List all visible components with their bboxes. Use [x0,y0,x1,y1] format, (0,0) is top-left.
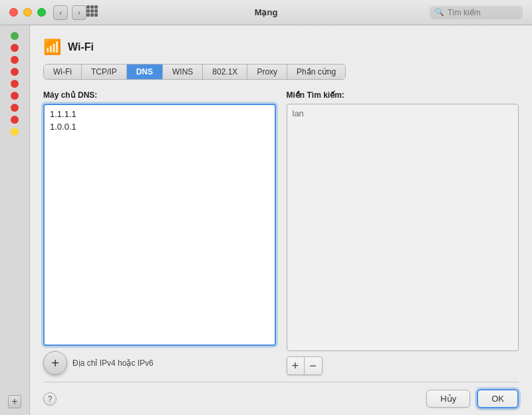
list-item[interactable]: 1.1.1.1 [47,108,272,120]
tab-wins[interactable]: WINS [163,65,203,79]
dns-section: Máy chủ DNS: 1.1.1.1 1.0.0.1 + Địa chỉ I… [43,90,276,375]
sidebar-add-button[interactable]: + [8,395,21,408]
grid-button[interactable] [86,5,101,20]
sidebar-dot-red-4[interactable] [11,80,19,88]
sidebar-dot-yellow[interactable] [11,128,19,136]
ipv4-label: Địa chỉ IPv4 hoặc IPv6 [72,358,154,368]
wifi-icon: 📶 [43,39,61,56]
dns-list-controls: + Địa chỉ IPv4 hoặc IPv6 [43,351,276,375]
panel-header: 📶 Wi-Fi [43,39,519,56]
grid-dot [86,9,90,13]
tab-dns[interactable]: DNS [127,65,163,79]
search-input[interactable] [448,8,517,17]
grid-dot [94,9,98,13]
titlebar: ‹ › Mạng 🔍 [0,0,532,25]
tab-tcpip[interactable]: TCP/IP [82,65,127,79]
ok-button[interactable]: OK [477,389,519,408]
minimize-button[interactable] [23,8,32,17]
panel-title: Wi-Fi [68,41,94,53]
sidebar: + [0,25,30,415]
grid-dot [86,13,90,17]
cancel-button[interactable]: Hủy [426,390,470,408]
sidebar-dot-red-1[interactable] [11,44,19,52]
tab-hardware[interactable]: Phần cứng [287,65,345,79]
grid-dot [90,13,94,17]
maximize-button[interactable] [37,8,46,17]
sidebar-dot-red-2[interactable] [11,56,19,64]
sidebar-dot-green[interactable] [11,32,19,40]
close-button[interactable] [9,8,18,17]
search-add-remove-group: + − [287,356,323,375]
list-item[interactable]: 1.0.0.1 [47,120,272,133]
help-button[interactable]: ? [43,392,57,406]
grid-dot [90,5,94,9]
content-area: Máy chủ DNS: 1.1.1.1 1.0.0.1 + Địa chỉ I… [43,90,519,375]
nav-buttons: ‹ › [53,5,86,20]
bottom-bar: ? Hủy OK [43,382,519,408]
tab-8021x[interactable]: 802.1X [203,65,247,79]
grid-dot [86,5,90,9]
search-remove-button[interactable]: − [305,357,322,374]
dns-list-box[interactable]: 1.1.1.1 1.0.0.1 [43,104,276,346]
grid-dot [94,13,98,17]
tab-wifi[interactable]: Wi-Fi [44,65,82,79]
sidebar-dot-red-7[interactable] [11,116,19,124]
search-bar[interactable]: 🔍 [430,6,523,19]
search-section: Miền Tìm kiếm: lan + − [287,90,519,375]
search-list-box[interactable]: lan [287,104,519,351]
big-add-button[interactable]: + [43,351,67,375]
window-title: Mạng [255,7,278,17]
search-section-label: Miền Tìm kiếm: [287,90,519,100]
traffic-lights [9,8,46,17]
back-button[interactable]: ‹ [53,5,68,20]
search-icon: 🔍 [435,8,444,17]
main-content: + 📶 Wi-Fi Wi-Fi TCP/IP DNS WINS 802.1X P… [0,25,532,415]
sidebar-dot-red-3[interactable] [11,68,19,76]
sidebar-dot-red-5[interactable] [11,92,19,100]
search-list-item[interactable]: lan [290,107,516,120]
grid-dot [94,5,98,9]
tab-proxy[interactable]: Proxy [247,65,287,79]
panel: 📶 Wi-Fi Wi-Fi TCP/IP DNS WINS 802.1X Pro… [30,25,532,415]
dns-section-label: Máy chủ DNS: [43,90,276,100]
sidebar-dot-red-6[interactable] [11,104,19,112]
tab-bar: Wi-Fi TCP/IP DNS WINS 802.1X Proxy Phần … [43,64,346,80]
search-list-controls: + − [287,356,519,375]
forward-button[interactable]: › [72,5,86,20]
search-add-button[interactable]: + [287,357,305,374]
grid-dot [90,9,94,13]
